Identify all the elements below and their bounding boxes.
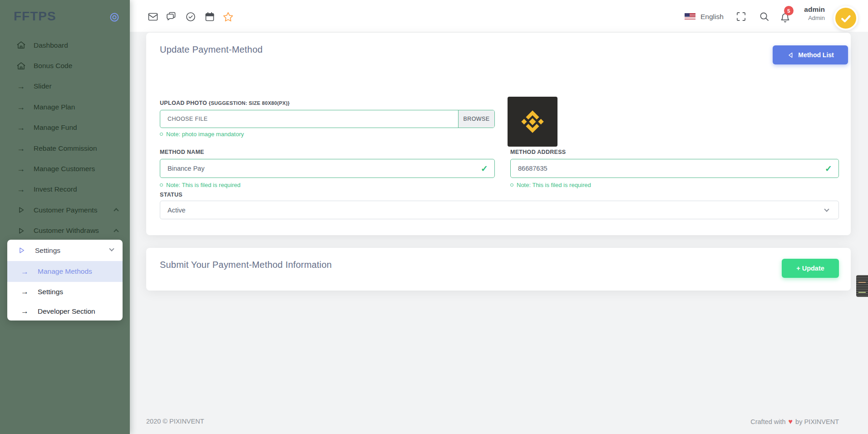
arrow-right-icon: → bbox=[15, 144, 26, 153]
brand-logo: FFTPS bbox=[14, 9, 56, 24]
back-triangle-icon bbox=[787, 51, 794, 59]
home-icon bbox=[15, 61, 26, 71]
footer-crafted-prefix: Crafted with bbox=[750, 418, 785, 425]
heart-icon: ♥ bbox=[789, 418, 793, 426]
note-dot-icon bbox=[510, 183, 513, 187]
sidebar-item-settings[interactable]: → Settings bbox=[7, 282, 123, 301]
us-flag-icon[interactable] bbox=[685, 13, 695, 20]
method-name-note: Note: This is filed is required bbox=[160, 182, 241, 188]
notification-badge: 5 bbox=[784, 6, 794, 15]
submit-card: Submit Your Payment-Method Information +… bbox=[146, 248, 851, 291]
sidebar-item-label: Bonus Code bbox=[34, 62, 72, 70]
mail-icon[interactable] bbox=[148, 11, 158, 22]
sidebar-item-label: Manage Plan bbox=[34, 103, 75, 111]
search-icon[interactable] bbox=[759, 11, 770, 22]
play-icon bbox=[15, 227, 26, 235]
sidebar-item-label: Slider bbox=[34, 82, 52, 90]
method-address-value: 86687635 bbox=[518, 165, 547, 172]
home-icon bbox=[15, 40, 26, 50]
upload-photo-suggestion: {SUGGESTION: SIZE 80X80(PX)} bbox=[209, 100, 290, 106]
sidebar-item-invest-record[interactable]: → Invest Record bbox=[0, 179, 130, 200]
sidebar-item-dashboard[interactable]: Dashboard bbox=[0, 35, 130, 55]
user-menu[interactable]: admin Admin bbox=[804, 5, 825, 22]
sidebar-item-label: Dashboard bbox=[34, 41, 68, 49]
sidebar-item-label: Manage Methods bbox=[38, 267, 92, 276]
method-address-label: METHOD ADDRESS bbox=[510, 149, 566, 155]
upload-photo-label: UPLOAD PHOTO {SUGGESTION: SIZE 80X80(PX)… bbox=[160, 100, 290, 106]
play-icon bbox=[16, 247, 27, 254]
fullscreen-icon[interactable] bbox=[736, 11, 747, 22]
footer-crafted-suffix: by PIXINVENT bbox=[795, 418, 839, 425]
sidebar-item-rebate-commission[interactable]: → Rebate Commission bbox=[0, 138, 130, 158]
page-title: Update Payment-Method bbox=[160, 44, 263, 55]
browse-button[interactable]: BROWSE bbox=[458, 110, 494, 128]
sidebar-pin-icon[interactable] bbox=[109, 12, 120, 23]
sidebar-item-settings-group[interactable]: Settings bbox=[7, 240, 123, 261]
avatar[interactable] bbox=[833, 6, 858, 30]
star-icon[interactable] bbox=[222, 11, 233, 22]
chat-icon[interactable] bbox=[166, 11, 177, 22]
chevron-up-icon bbox=[113, 208, 118, 213]
chevron-down-icon bbox=[109, 246, 114, 251]
sidebar-item-label: Customer Payments bbox=[34, 206, 97, 214]
settings-group-label: Settings bbox=[35, 247, 60, 255]
sidebar-item-label: Manage Customers bbox=[34, 165, 95, 173]
submit-card-title: Submit Your Payment-Method Information bbox=[160, 260, 332, 270]
settings-submenu-panel: Settings → Manage Methods → Settings → D… bbox=[7, 240, 123, 321]
arrow-right-icon: → bbox=[21, 288, 29, 296]
update-button[interactable]: + Update bbox=[782, 259, 839, 278]
valid-check-icon: ✓ bbox=[481, 163, 488, 174]
sidebar-item-customer-payments[interactable]: Customer Payments bbox=[0, 200, 130, 220]
sidebar-item-manage-methods[interactable]: → Manage Methods bbox=[7, 261, 123, 282]
user-name: admin bbox=[804, 5, 825, 14]
chevron-up-icon bbox=[113, 229, 118, 234]
arrow-right-icon: → bbox=[21, 307, 29, 315]
sidebar-item-slider[interactable]: → Slider bbox=[0, 76, 130, 97]
calendar-icon[interactable] bbox=[204, 11, 215, 22]
sidebar-item-label: Settings bbox=[38, 288, 63, 296]
sidebar-item-label: Customer Withdraws bbox=[34, 227, 99, 235]
sidebar-item-manage-plan[interactable]: → Manage Plan bbox=[0, 97, 130, 117]
arrow-right-icon: → bbox=[15, 82, 26, 90]
status-label: STATUS bbox=[160, 192, 182, 198]
sidebar-item-bonus-code[interactable]: Bonus Code bbox=[0, 55, 130, 76]
method-photo-preview bbox=[508, 97, 557, 147]
method-list-label: Method List bbox=[798, 51, 834, 59]
choose-file-text: CHOOSE FILE bbox=[160, 116, 458, 122]
method-name-input[interactable]: Binance Pay ✓ bbox=[160, 159, 495, 178]
arrow-right-icon: → bbox=[15, 123, 26, 132]
valid-check-icon: ✓ bbox=[825, 163, 832, 174]
sidebar-nav: Dashboard Bonus Code → Slider → Manage P… bbox=[0, 35, 130, 241]
language-selector[interactable]: English bbox=[700, 13, 724, 21]
check-circle-icon[interactable] bbox=[185, 11, 196, 22]
sidebar-item-manage-fund[interactable]: → Manage Fund bbox=[0, 118, 130, 138]
note-dot-icon bbox=[160, 133, 163, 136]
sidebar-item-developer-section[interactable]: → Developer Section bbox=[7, 301, 123, 321]
update-payment-method-card: Update Payment-Method Method List UPLOAD… bbox=[146, 33, 851, 235]
note-dot-icon bbox=[160, 183, 163, 187]
sidebar-item-label: Rebate Commission bbox=[34, 144, 97, 153]
arrow-right-icon: → bbox=[15, 103, 26, 111]
user-role: Admin bbox=[804, 14, 825, 22]
mini-panel[interactable] bbox=[856, 275, 868, 297]
method-address-note: Note: This is filed is required bbox=[510, 182, 591, 188]
method-name-label: METHOD NAME bbox=[160, 149, 204, 155]
top-header: English 5 admin Admin bbox=[130, 0, 868, 32]
sidebar: FFTPS Dashboard Bonus Code → Slider → Ma… bbox=[0, 0, 130, 434]
sidebar-item-manage-customers[interactable]: → Manage Customers bbox=[0, 158, 130, 179]
arrow-right-icon: → bbox=[15, 185, 26, 193]
file-upload-input[interactable]: CHOOSE FILE BROWSE bbox=[160, 110, 495, 128]
footer-copyright: 2020 © PIXINVENT bbox=[146, 418, 204, 425]
method-list-button[interactable]: Method List bbox=[773, 45, 848, 64]
status-select[interactable]: Active bbox=[160, 201, 839, 219]
chevron-down-icon bbox=[824, 207, 829, 212]
play-icon bbox=[15, 206, 26, 214]
sidebar-item-label: Developer Section bbox=[38, 307, 95, 316]
arrow-right-icon: → bbox=[21, 268, 29, 276]
sidebar-item-label: Invest Record bbox=[34, 185, 77, 193]
method-name-value: Binance Pay bbox=[168, 165, 204, 172]
sidebar-item-customer-withdraws[interactable]: Customer Withdraws bbox=[0, 221, 130, 241]
footer-credit: Crafted with ♥ by PIXINVENT bbox=[750, 418, 839, 426]
method-address-input[interactable]: 86687635 ✓ bbox=[510, 159, 839, 178]
photo-note: Note: photo image mandatory bbox=[160, 131, 244, 138]
